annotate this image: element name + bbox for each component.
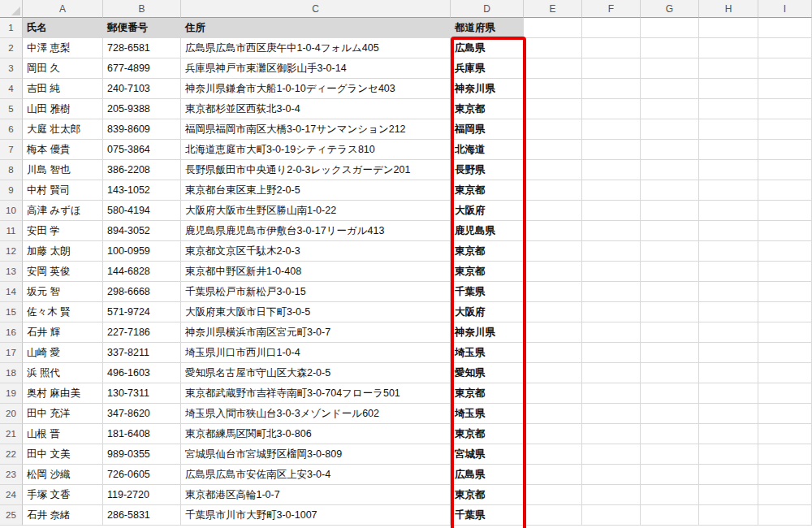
cell-I19[interactable]	[758, 383, 812, 404]
cell-B12[interactable]: 100-0959	[103, 241, 181, 262]
cell-A15[interactable]: 佐々木 賢	[23, 302, 103, 322]
cell-G8[interactable]	[641, 160, 699, 180]
cell-B3[interactable]: 677-4899	[103, 58, 181, 79]
cell-H22[interactable]	[699, 444, 758, 465]
cell-F21[interactable]	[582, 424, 641, 444]
cell-G18[interactable]	[641, 363, 699, 383]
cell-A9[interactable]: 中村 賢司	[23, 180, 103, 201]
cell-I13[interactable]	[758, 262, 812, 282]
cell-F8[interactable]	[582, 160, 641, 180]
cell-C7[interactable]: 北海道恵庭市大町3-0-19シティテラス810	[181, 140, 451, 160]
cell-C10[interactable]: 大阪府大阪市生野区勝山南1-0-22	[181, 201, 451, 221]
cell-D24[interactable]: 東京都	[451, 485, 524, 505]
cell-F16[interactable]	[582, 322, 641, 343]
cell-H1[interactable]	[699, 18, 758, 38]
row-header-20[interactable]: 20	[0, 404, 23, 424]
cell-H4[interactable]	[699, 79, 758, 99]
cell-D12[interactable]: 東京都	[451, 241, 524, 262]
cell-G7[interactable]	[641, 140, 699, 160]
cell-D1[interactable]: 都道府県	[451, 18, 524, 38]
cell-C14[interactable]: 千葉県松戸市新松戸3-0-15	[181, 282, 451, 302]
cell-E1[interactable]	[524, 18, 582, 38]
row-header-12[interactable]: 12	[0, 241, 23, 262]
cell-G17[interactable]	[641, 343, 699, 363]
cell-H8[interactable]	[699, 160, 758, 180]
cell-F14[interactable]	[582, 282, 641, 302]
cell-F9[interactable]	[582, 180, 641, 201]
cell-D3[interactable]: 兵庫県	[451, 58, 524, 79]
cell-A3[interactable]: 岡田 久	[23, 58, 103, 79]
cell-I5[interactable]	[758, 99, 812, 119]
cell-E8[interactable]	[524, 160, 582, 180]
cell-C9[interactable]: 東京都台東区東上野2-0-5	[181, 180, 451, 201]
column-header-E[interactable]: E	[524, 0, 582, 18]
cell-B8[interactable]: 386-2208	[103, 160, 181, 180]
cell-E23[interactable]	[524, 465, 582, 485]
column-header-D[interactable]: D	[451, 0, 524, 18]
cell-F15[interactable]	[582, 302, 641, 322]
cell-B7[interactable]: 075-3864	[103, 140, 181, 160]
cell-F6[interactable]	[582, 119, 641, 140]
cell-C6[interactable]: 福岡県福岡市南区大橋3-0-17サンマンション212	[181, 119, 451, 140]
cell-E25[interactable]	[524, 505, 582, 526]
cell-I10[interactable]	[758, 201, 812, 221]
column-header-G[interactable]: G	[641, 0, 699, 18]
cell-E16[interactable]	[524, 322, 582, 343]
cell-F20[interactable]	[582, 404, 641, 424]
cell-G19[interactable]	[641, 383, 699, 404]
cell-A16[interactable]: 石井 輝	[23, 322, 103, 343]
cell-D22[interactable]: 宮城県	[451, 444, 524, 465]
cell-H16[interactable]	[699, 322, 758, 343]
cell-E3[interactable]	[524, 58, 582, 79]
cell-A11[interactable]: 安田 学	[23, 221, 103, 241]
cell-B14[interactable]: 298-6668	[103, 282, 181, 302]
cell-H6[interactable]	[699, 119, 758, 140]
cell-B18[interactable]: 496-1603	[103, 363, 181, 383]
cell-A13[interactable]: 安岡 英俊	[23, 262, 103, 282]
cell-H7[interactable]	[699, 140, 758, 160]
cell-C23[interactable]: 広島県広島市安佐南区上安3-0-4	[181, 465, 451, 485]
cell-D20[interactable]: 埼玉県	[451, 404, 524, 424]
cell-F5[interactable]	[582, 99, 641, 119]
cell-B10[interactable]: 580-4194	[103, 201, 181, 221]
cell-D23[interactable]: 広島県	[451, 465, 524, 485]
row-header-16[interactable]: 16	[0, 322, 23, 343]
row-header-24[interactable]: 24	[0, 485, 23, 505]
cell-D16[interactable]: 神奈川県	[451, 322, 524, 343]
cell-F2[interactable]	[582, 38, 641, 58]
cell-I3[interactable]	[758, 58, 812, 79]
row-header-25[interactable]: 25	[0, 505, 23, 526]
cell-F1[interactable]	[582, 18, 641, 38]
cell-C5[interactable]: 東京都杉並区西荻北3-0-4	[181, 99, 451, 119]
cell-I1[interactable]	[758, 18, 812, 38]
cell-G20[interactable]	[641, 404, 699, 424]
cell-C19[interactable]: 東京都武蔵野市吉祥寺南町3-0-704フローラ501	[181, 383, 451, 404]
cell-D18[interactable]: 愛知県	[451, 363, 524, 383]
cell-F10[interactable]	[582, 201, 641, 221]
cell-G14[interactable]	[641, 282, 699, 302]
cell-E22[interactable]	[524, 444, 582, 465]
cell-E21[interactable]	[524, 424, 582, 444]
select-all-button[interactable]	[0, 0, 23, 18]
cell-G2[interactable]	[641, 38, 699, 58]
cell-D14[interactable]: 千葉県	[451, 282, 524, 302]
row-header-9[interactable]: 9	[0, 180, 23, 201]
row-header-5[interactable]: 5	[0, 99, 23, 119]
row-header-14[interactable]: 14	[0, 282, 23, 302]
row-header-1[interactable]: 1	[0, 18, 23, 38]
cell-D4[interactable]: 神奈川県	[451, 79, 524, 99]
cell-H12[interactable]	[699, 241, 758, 262]
cell-A21[interactable]: 山根 晋	[23, 424, 103, 444]
cell-G12[interactable]	[641, 241, 699, 262]
cell-B20[interactable]: 347-8620	[103, 404, 181, 424]
cell-D11[interactable]: 鹿児島県	[451, 221, 524, 241]
cell-D17[interactable]: 埼玉県	[451, 343, 524, 363]
cell-I8[interactable]	[758, 160, 812, 180]
cell-H24[interactable]	[699, 485, 758, 505]
cell-G23[interactable]	[641, 465, 699, 485]
cell-G3[interactable]	[641, 58, 699, 79]
cell-A10[interactable]: 高津 みずほ	[23, 201, 103, 221]
cell-B25[interactable]: 286-5831	[103, 505, 181, 526]
cell-E4[interactable]	[524, 79, 582, 99]
cell-B11[interactable]: 894-3052	[103, 221, 181, 241]
